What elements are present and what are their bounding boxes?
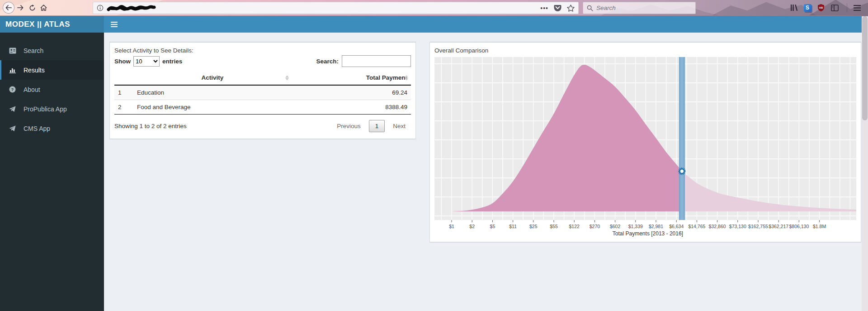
x-axis-tick-label: $2 (469, 224, 475, 229)
scrollbar-thumb[interactable] (862, 16, 868, 120)
sort-icon (285, 75, 289, 80)
paper-plane-icon (9, 125, 20, 132)
bookmark-star-icon[interactable] (567, 5, 575, 12)
x-axis-tick-label: $25 (529, 224, 538, 229)
table-info-text: Showing 1 to 2 of 2 entries (114, 123, 187, 129)
table-cell: 2 (114, 100, 133, 115)
table-cell: 8388.49 (292, 100, 411, 115)
paper-plane-icon (9, 106, 20, 112)
x-axis-title: Total Payments [2013 - 2016] (613, 230, 683, 237)
column-header-index[interactable] (114, 71, 133, 85)
sidebar-item-label: About (24, 86, 40, 93)
table-search-control: Search: (316, 55, 411, 67)
x-axis-tick-label: $14,765 (688, 224, 705, 229)
svg-text:?: ? (11, 87, 14, 92)
x-axis-tick-label: $55 (550, 224, 558, 229)
site-info-icon[interactable] (97, 5, 104, 11)
show-label: Show (114, 58, 131, 65)
x-axis-tick-label: $1,339 (628, 224, 643, 229)
x-axis-tick-label: $1.8M (813, 224, 826, 229)
table-cell: 69.24 (292, 85, 411, 100)
entries-label: entries (162, 58, 182, 65)
table-panel-title: Select Activity to See Details: (114, 47, 411, 54)
density-chart: $1$2$5$11$25$55$122$270$602$1,339$2,981$… (434, 57, 856, 237)
x-axis-tick-label: $270 (590, 224, 600, 229)
browser-search-bar[interactable]: Search (583, 2, 696, 14)
back-button[interactable] (3, 2, 14, 14)
table-cell: Education (133, 85, 292, 100)
sidebar-item-about[interactable]: ? About (0, 80, 104, 99)
url-bar[interactable]: ••• (93, 2, 579, 14)
toolbar-separator (847, 3, 847, 12)
table-row[interactable]: 1Education69.24 (114, 85, 411, 100)
x-axis-tick-label: $362,217 (769, 224, 788, 229)
x-axis-tick-label: $806,130 (789, 224, 809, 229)
address-card-icon (9, 48, 20, 54)
app-navbar: MODEX || ATLAS (0, 16, 868, 33)
extension-s-badge: S (804, 4, 811, 12)
pocket-icon[interactable] (554, 5, 561, 12)
x-axis-tick-label: $1 (449, 224, 454, 229)
sidebar-item-results[interactable]: Results (0, 60, 104, 80)
table-search-label: Search: (316, 58, 339, 65)
library-icon[interactable] (788, 2, 799, 13)
x-axis-tick-label: $602 (610, 224, 621, 229)
next-page-button[interactable]: Next (387, 120, 411, 132)
menu-hamburger-icon[interactable] (852, 2, 863, 13)
sidebar: Search Results ? About ProPublica App CM… (0, 33, 104, 311)
search-placeholder: Search (596, 5, 616, 11)
previous-page-button[interactable]: Previous (331, 120, 366, 132)
column-header-activity[interactable]: Activity (133, 71, 292, 85)
x-axis-tick-label: $73,130 (729, 224, 746, 229)
question-circle-icon: ? (9, 86, 20, 93)
ublock-shield-icon[interactable]: UD (816, 2, 826, 13)
x-axis-tick-label: $122 (569, 224, 580, 229)
page-length-select[interactable]: 10 (133, 56, 160, 67)
activity-table: Activity Total Payment 1Education69.242F… (114, 71, 411, 115)
browser-toolbar: ••• Search S UD (0, 0, 868, 16)
svg-text:UD: UD (819, 6, 823, 9)
x-axis-tick-label: $6,634 (669, 224, 684, 229)
sort-icon (405, 75, 408, 80)
pagination: Previous 1 Next (331, 120, 411, 132)
selected-value-bar[interactable] (679, 57, 685, 220)
table-search-input[interactable] (342, 55, 411, 67)
bar-chart-icon (9, 67, 20, 73)
sidebars-icon[interactable] (829, 2, 840, 13)
app-brand[interactable]: MODEX || ATLAS (0, 16, 104, 33)
x-axis-tick-label: $11 (509, 224, 517, 229)
sidebar-item-label: Results (24, 67, 45, 74)
extension-s-icon[interactable]: S (802, 2, 813, 13)
x-axis-tick-label: $5 (490, 224, 495, 229)
table-cell: Food and Beverage (133, 100, 292, 115)
x-axis-tick-label: $2,981 (649, 224, 663, 229)
activity-table-panel: Select Activity to See Details: Show 10 … (109, 42, 416, 139)
overall-comparison-panel: Overall Comparison $1$2$5$11$25$55$122$2… (429, 42, 861, 242)
current-page-button[interactable]: 1 (369, 120, 385, 132)
sidebar-item-cms-app[interactable]: CMS App (0, 119, 104, 138)
sidebar-item-propublica-app[interactable]: ProPublica App (0, 99, 104, 119)
search-icon (587, 5, 593, 11)
redacted-url-scribble (106, 4, 156, 13)
sidebar-item-label: ProPublica App (24, 105, 67, 113)
page-scrollbar[interactable] (862, 16, 868, 311)
column-header-total-payment[interactable]: Total Payment (292, 71, 411, 85)
sidebar-item-search[interactable]: Search (0, 41, 104, 60)
chart-title: Overall Comparison (434, 47, 856, 54)
home-button[interactable] (38, 2, 49, 14)
x-axis-tick-label: $32,860 (709, 224, 726, 229)
sidebar-toggle-icon[interactable] (104, 16, 124, 33)
page-actions-icon[interactable]: ••• (540, 5, 548, 12)
table-cell: 1 (114, 85, 133, 100)
main-content: Select Activity to See Details: Show 10 … (104, 33, 868, 311)
forward-button[interactable] (14, 2, 26, 14)
reload-button[interactable] (26, 2, 38, 14)
page-length-control: Show 10 entries (114, 56, 182, 67)
x-axis-tick-label: $162,755 (748, 224, 768, 229)
sidebar-item-label: CMS App (24, 125, 50, 132)
theme-mountains (712, 1, 816, 15)
table-row[interactable]: 2Food and Beverage8388.49 (114, 100, 411, 115)
sidebar-item-label: Search (24, 47, 43, 54)
